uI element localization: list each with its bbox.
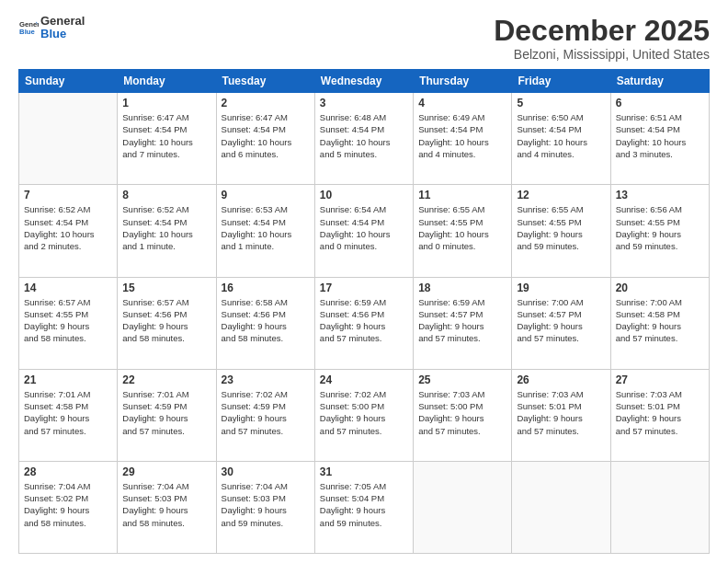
day-number: 22 — [122, 373, 210, 386]
day-number: 7 — [24, 189, 112, 201]
calendar-cell: 13Sunrise: 6:56 AM Sunset: 4:55 PM Dayli… — [610, 185, 709, 277]
weekday-header-wednesday: Wednesday — [314, 70, 413, 93]
calendar-cell: 22Sunrise: 7:01 AM Sunset: 4:59 PM Dayli… — [118, 369, 216, 461]
calendar-cell: 21Sunrise: 7:01 AM Sunset: 4:58 PM Dayli… — [19, 369, 118, 461]
weekday-header-saturday: Saturday — [610, 70, 709, 93]
calendar-cell: 29Sunrise: 7:04 AM Sunset: 5:03 PM Dayli… — [118, 461, 216, 553]
day-number: 3 — [320, 97, 408, 109]
day-info: Sunrise: 6:57 AM Sunset: 4:56 PM Dayligh… — [122, 296, 210, 345]
day-info: Sunrise: 7:04 AM Sunset: 5:03 PM Dayligh… — [222, 480, 310, 529]
day-number: 28 — [24, 465, 112, 478]
calendar-cell: 23Sunrise: 7:02 AM Sunset: 4:59 PM Dayli… — [216, 369, 314, 461]
day-number: 15 — [122, 282, 210, 294]
logo-blue: Blue — [40, 28, 85, 40]
location: Belzoni, Mississippi, United States — [494, 47, 710, 62]
day-info: Sunrise: 6:56 AM Sunset: 4:55 PM Dayligh… — [616, 203, 704, 252]
day-info: Sunrise: 6:47 AM Sunset: 4:54 PM Dayligh… — [122, 111, 210, 160]
title-area: December 2025 Belzoni, Mississippi, Unit… — [494, 15, 710, 62]
day-info: Sunrise: 6:58 AM Sunset: 4:56 PM Dayligh… — [222, 296, 310, 345]
day-info: Sunrise: 6:55 AM Sunset: 4:55 PM Dayligh… — [517, 203, 605, 252]
day-number: 9 — [222, 189, 310, 201]
calendar-week-row: 1Sunrise: 6:47 AM Sunset: 4:54 PM Daylig… — [19, 93, 710, 185]
calendar-cell: 15Sunrise: 6:57 AM Sunset: 4:56 PM Dayli… — [118, 277, 216, 369]
day-info: Sunrise: 6:57 AM Sunset: 4:55 PM Dayligh… — [24, 296, 112, 345]
weekday-header-monday: Monday — [118, 70, 216, 93]
calendar-cell: 24Sunrise: 7:02 AM Sunset: 5:00 PM Dayli… — [314, 369, 413, 461]
day-number: 31 — [320, 465, 408, 478]
day-number: 2 — [222, 97, 310, 109]
weekday-header-row: SundayMondayTuesdayWednesdayThursdayFrid… — [19, 70, 710, 93]
calendar-cell: 17Sunrise: 6:59 AM Sunset: 4:56 PM Dayli… — [314, 277, 413, 369]
calendar-cell: 19Sunrise: 7:00 AM Sunset: 4:57 PM Dayli… — [512, 277, 610, 369]
day-number: 21 — [24, 373, 112, 386]
calendar-cell: 28Sunrise: 7:04 AM Sunset: 5:02 PM Dayli… — [19, 461, 118, 553]
day-info: Sunrise: 6:55 AM Sunset: 4:55 PM Dayligh… — [418, 203, 506, 252]
calendar-cell: 16Sunrise: 6:58 AM Sunset: 4:56 PM Dayli… — [216, 277, 314, 369]
day-info: Sunrise: 6:53 AM Sunset: 4:54 PM Dayligh… — [222, 203, 310, 252]
calendar-cell: 12Sunrise: 6:55 AM Sunset: 4:55 PM Dayli… — [512, 185, 610, 277]
day-number: 14 — [24, 282, 112, 294]
calendar-cell: 14Sunrise: 6:57 AM Sunset: 4:55 PM Dayli… — [19, 277, 118, 369]
day-number: 6 — [616, 97, 704, 109]
calendar-cell: 31Sunrise: 7:05 AM Sunset: 5:04 PM Dayli… — [314, 461, 413, 553]
month-title: December 2025 — [494, 15, 710, 47]
day-info: Sunrise: 7:00 AM Sunset: 4:58 PM Dayligh… — [616, 296, 704, 345]
day-info: Sunrise: 6:59 AM Sunset: 4:56 PM Dayligh… — [320, 296, 408, 345]
day-number: 26 — [517, 373, 605, 386]
day-info: Sunrise: 6:54 AM Sunset: 4:54 PM Dayligh… — [320, 203, 408, 252]
day-info: Sunrise: 7:02 AM Sunset: 4:59 PM Dayligh… — [222, 388, 310, 437]
day-info: Sunrise: 6:49 AM Sunset: 4:54 PM Dayligh… — [418, 111, 506, 160]
day-number: 18 — [418, 282, 506, 294]
day-number: 23 — [222, 373, 310, 386]
calendar-cell: 20Sunrise: 7:00 AM Sunset: 4:58 PM Dayli… — [610, 277, 709, 369]
calendar-cell: 10Sunrise: 6:54 AM Sunset: 4:54 PM Dayli… — [314, 185, 413, 277]
day-info: Sunrise: 7:01 AM Sunset: 4:58 PM Dayligh… — [24, 388, 112, 437]
day-info: Sunrise: 6:50 AM Sunset: 4:54 PM Dayligh… — [517, 111, 605, 160]
svg-text:Blue: Blue — [19, 28, 35, 36]
day-number: 27 — [616, 373, 704, 386]
day-number: 5 — [517, 97, 605, 109]
day-info: Sunrise: 6:52 AM Sunset: 4:54 PM Dayligh… — [24, 203, 112, 252]
day-info: Sunrise: 6:52 AM Sunset: 4:54 PM Dayligh… — [122, 203, 210, 252]
calendar-cell: 18Sunrise: 6:59 AM Sunset: 4:57 PM Dayli… — [414, 277, 512, 369]
calendar-cell: 9Sunrise: 6:53 AM Sunset: 4:54 PM Daylig… — [216, 185, 314, 277]
day-number: 4 — [418, 97, 506, 109]
calendar-cell: 3Sunrise: 6:48 AM Sunset: 4:54 PM Daylig… — [314, 93, 413, 185]
day-number: 30 — [222, 465, 310, 478]
weekday-header-tuesday: Tuesday — [216, 70, 314, 93]
day-info: Sunrise: 7:03 AM Sunset: 5:00 PM Dayligh… — [418, 388, 506, 437]
day-info: Sunrise: 7:00 AM Sunset: 4:57 PM Dayligh… — [517, 296, 605, 345]
calendar-cell: 4Sunrise: 6:49 AM Sunset: 4:54 PM Daylig… — [414, 93, 512, 185]
weekday-header-friday: Friday — [512, 70, 610, 93]
day-info: Sunrise: 7:05 AM Sunset: 5:04 PM Dayligh… — [320, 480, 408, 529]
day-number: 16 — [222, 282, 310, 294]
day-info: Sunrise: 6:47 AM Sunset: 4:54 PM Dayligh… — [222, 111, 310, 160]
calendar-cell: 1Sunrise: 6:47 AM Sunset: 4:54 PM Daylig… — [118, 93, 216, 185]
calendar-cell: 11Sunrise: 6:55 AM Sunset: 4:55 PM Dayli… — [414, 185, 512, 277]
page: General Blue General Blue December 2025 … — [0, 0, 728, 563]
calendar-cell: 8Sunrise: 6:52 AM Sunset: 4:54 PM Daylig… — [118, 185, 216, 277]
weekday-header-sunday: Sunday — [19, 70, 118, 93]
day-info: Sunrise: 7:04 AM Sunset: 5:03 PM Dayligh… — [122, 480, 210, 529]
day-number: 10 — [320, 189, 408, 201]
day-number: 20 — [616, 282, 704, 294]
calendar-cell: 7Sunrise: 6:52 AM Sunset: 4:54 PM Daylig… — [19, 185, 118, 277]
calendar-cell: 25Sunrise: 7:03 AM Sunset: 5:00 PM Dayli… — [414, 369, 512, 461]
day-number: 8 — [122, 189, 210, 201]
calendar-week-row: 7Sunrise: 6:52 AM Sunset: 4:54 PM Daylig… — [19, 185, 710, 277]
day-number: 17 — [320, 282, 408, 294]
day-number: 29 — [122, 465, 210, 478]
calendar-cell — [414, 461, 512, 553]
logo-general: General — [40, 15, 85, 28]
calendar-cell: 6Sunrise: 6:51 AM Sunset: 4:54 PM Daylig… — [610, 93, 709, 185]
calendar-cell: 27Sunrise: 7:03 AM Sunset: 5:01 PM Dayli… — [610, 369, 709, 461]
day-number: 12 — [517, 189, 605, 201]
day-number: 11 — [418, 189, 506, 201]
day-info: Sunrise: 7:01 AM Sunset: 4:59 PM Dayligh… — [122, 388, 210, 437]
calendar-table: SundayMondayTuesdayWednesdayThursdayFrid… — [18, 69, 710, 554]
day-number: 25 — [418, 373, 506, 386]
calendar-cell — [610, 461, 709, 553]
day-info: Sunrise: 7:03 AM Sunset: 5:01 PM Dayligh… — [517, 388, 605, 437]
logo: General Blue General Blue — [18, 15, 85, 41]
calendar-cell — [512, 461, 610, 553]
